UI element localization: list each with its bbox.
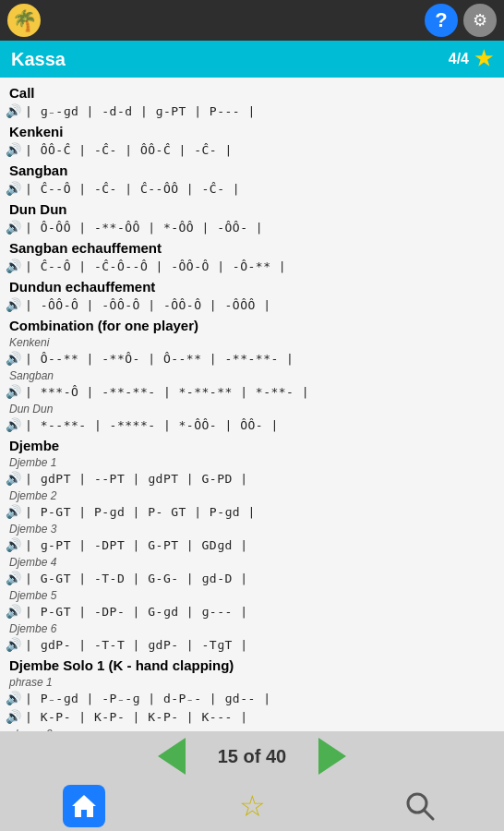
sound-icon: 🔊	[6, 259, 21, 273]
favorites-button[interactable]: ☆	[229, 783, 275, 829]
rhythm-text: | ɡdPT | --PT | ɡdPT | G-PD |	[25, 472, 247, 486]
sub-label: Djembe 1	[0, 456, 504, 469]
sub-label: Djembe 5	[0, 589, 504, 602]
page-indicator: 15 of 40	[210, 746, 294, 767]
home-icon	[63, 785, 105, 827]
sound-icon: 🔊	[6, 709, 21, 724]
rhythm-text: | Ô--** | -**Ô- | Ô--** | -**-**- |	[25, 352, 294, 366]
rhythm-text: | -ÔÔ-Ô | -ÔÔ-Ô | -ÔÔ-Ô | -ÔÔÔ |	[25, 298, 270, 312]
rhythm-text: | ɡ-PT | -DPT | G-PT | GDɡd |	[25, 538, 247, 552]
sub-label: Djembe 6	[0, 622, 504, 635]
section-title: Kenkeni	[0, 120, 504, 140]
rhythm-row[interactable]: 🔊| ***-Ô | -**-**- | *-**-** | *-**- |	[0, 382, 504, 401]
bottom-nav-bar: ☆	[0, 781, 504, 831]
sound-icon: 🔊	[6, 220, 21, 235]
pagination-bar: 15 of 40	[0, 731, 504, 781]
rhythm-text: | Ô-ÔÔ | -**-ÔÔ | *-ÔÔ | -ÔÔ- |	[25, 221, 263, 235]
search-button[interactable]	[397, 783, 443, 829]
star-outline-icon: ☆	[239, 789, 266, 824]
home-button[interactable]	[61, 783, 107, 829]
sound-icon: 🔊	[6, 351, 21, 366]
sound-icon: 🔊	[6, 504, 21, 519]
section-title: Combination (for one player)	[0, 314, 504, 334]
rhythm-row[interactable]: 🔊| ÔÔ-Ĉ | -Ĉ- | ÔÔ-Ĉ | -Ĉ- |	[0, 140, 504, 159]
sub-label: Djembe 4	[0, 556, 504, 569]
sound-icon: 🔊	[6, 604, 21, 619]
sound-icon: 🔊	[6, 103, 21, 118]
sub-label: Sangban	[0, 369, 504, 382]
rhythm-row[interactable]: 🔊| Ô-ÔÔ | -**-ÔÔ | *-ÔÔ | -ÔÔ- |	[0, 218, 504, 236]
sub-label: Kenkeni	[0, 336, 504, 349]
svg-marker-2	[72, 795, 96, 817]
rhythm-row[interactable]: 🔊| P₋-ɡd | -P₋-ɡ | d-P₋- | ɡd-- |	[0, 689, 504, 707]
rhythm-row[interactable]: 🔊| G-GT | -T-D | G-G- | ɡd-D |	[0, 569, 504, 587]
settings-button[interactable]: ⚙	[463, 4, 497, 37]
svg-text:🌴: 🌴	[12, 8, 38, 33]
sound-icon: 🔊	[6, 471, 21, 486]
right-arrow-icon	[318, 738, 346, 775]
section-title: Dun Dun	[0, 198, 504, 218]
rhythm-row[interactable]: 🔊| ɡ₋-ɡd | -d-d | ɡ-PT | P--- |	[0, 102, 504, 120]
rhythm-row[interactable]: 🔊| Ĉ--Ô | -Ĉ-Ô--Ô | -ÔÔ-Ô | -Ô-** |	[0, 257, 504, 275]
sound-icon: 🔊	[6, 537, 21, 552]
svg-line-4	[424, 810, 433, 819]
top-bar: 🌴 ? ⚙	[0, 0, 504, 41]
sound-icon: 🔊	[6, 142, 21, 157]
rhythm-row[interactable]: 🔊| *--**- | -****- | *-ÔÔ- | ÔÔ- |	[0, 416, 504, 434]
search-icon	[403, 789, 437, 823]
content-area: Call🔊| ɡ₋-ɡd | -d-d | ɡ-PT | P--- |Kenke…	[0, 78, 504, 731]
rhythm-text: | ***-Ô | -**-**- | *-**-** | *-**- |	[25, 385, 309, 399]
help-button[interactable]: ?	[425, 4, 458, 37]
sound-icon: 🔊	[6, 637, 21, 652]
rhythm-text: | ÔÔ-Ĉ | -Ĉ- | ÔÔ-Ĉ | -Ĉ- |	[25, 143, 233, 157]
sub-label: phrase 1	[0, 676, 504, 689]
sub-label: Dun Dun	[0, 403, 504, 416]
top-icons: ? ⚙	[425, 4, 497, 37]
rhythm-row[interactable]: 🔊| Ô--** | -**Ô- | Ô--** | -**-**- |	[0, 349, 504, 367]
rhythm-text: | ɡ₋-ɡd | -d-d | ɡ-PT | P--- |	[25, 104, 256, 118]
sub-label: Djembe 2	[0, 489, 504, 502]
rhythm-text: | ɡdP- | -T-T | ɡdP- | -TɡT |	[25, 638, 247, 652]
sound-icon: 🔊	[6, 181, 21, 196]
section-title: Call	[0, 81, 504, 102]
sound-icon: 🔊	[6, 417, 21, 432]
section-title: Sangban echauffement	[0, 236, 504, 257]
prev-page-button[interactable]	[151, 736, 192, 777]
sound-icon: 🔊	[6, 297, 21, 312]
rhythm-text: | Ĉ--Ô | -Ĉ-Ô--Ô | -ÔÔ-Ô | -Ô-** |	[25, 259, 286, 273]
rhythm-text: | K-P- | K-P- | K-P- | K--- |	[25, 710, 247, 724]
next-page-button[interactable]	[312, 736, 353, 777]
sound-icon: 🔊	[6, 384, 21, 399]
title-bar: Kassa 4/4 ★	[0, 41, 504, 78]
logo-icon: 🌴	[7, 4, 41, 37]
rhythm-row[interactable]: 🔊| Ĉ--Ô | -Ĉ- | Ĉ--ÔÔ | -Ĉ- |	[0, 179, 504, 198]
rhythm-row[interactable]: 🔊| K-P- | K-P- | K-P- | K--- |	[0, 707, 504, 726]
rhythm-row[interactable]: 🔊| P-GT | -DP- | G-ɡd | ɡ--- |	[0, 602, 504, 620]
page-count-label: 4/4	[449, 51, 469, 67]
section-title: Djembe Solo 1 (K - hand clapping)	[0, 654, 504, 674]
rhythm-row[interactable]: 🔊| ɡ-PT | -DPT | G-PT | GDɡd |	[0, 536, 504, 554]
section-title: Dundun echauffement	[0, 275, 504, 295]
rhythm-row[interactable]: 🔊| -ÔÔ-Ô | -ÔÔ-Ô | -ÔÔ-Ô | -ÔÔÔ |	[0, 295, 504, 314]
page-count-area: 4/4 ★	[449, 47, 493, 71]
left-arrow-icon	[158, 738, 186, 775]
rhythm-row[interactable]: 🔊| ɡdPT | --PT | ɡdPT | G-PD |	[0, 469, 504, 488]
rhythm-row[interactable]: 🔊| P-GT | P-ɡd | P- GT | P-ɡd |	[0, 502, 504, 521]
sound-icon: 🔊	[6, 691, 21, 705]
rhythm-text: | P₋-ɡd | -P₋-ɡ | d-P₋- | ɡd-- |	[25, 692, 270, 705]
sub-label: Djembe 3	[0, 523, 504, 536]
section-title: Djembe	[0, 434, 504, 454]
rhythm-text: | Ĉ--Ô | -Ĉ- | Ĉ--ÔÔ | -Ĉ- |	[25, 182, 240, 196]
rhythm-row[interactable]: 🔊| ɡdP- | -T-T | ɡdP- | -TɡT |	[0, 635, 504, 654]
rhythm-text: | G-GT | -T-D | G-G- | ɡd-D |	[25, 572, 247, 585]
favorite-star-icon[interactable]: ★	[474, 47, 493, 71]
sound-icon: 🔊	[6, 571, 21, 585]
rhythm-text: | P-GT | -DP- | G-ɡd | ɡ--- |	[25, 605, 247, 619]
section-title: Sangban	[0, 159, 504, 179]
page-title: Kassa	[11, 49, 66, 70]
rhythm-text: | *--**- | -****- | *-ÔÔ- | ÔÔ- |	[25, 418, 279, 432]
rhythm-text: | P-GT | P-ɡd | P- GT | P-ɡd |	[25, 505, 256, 519]
